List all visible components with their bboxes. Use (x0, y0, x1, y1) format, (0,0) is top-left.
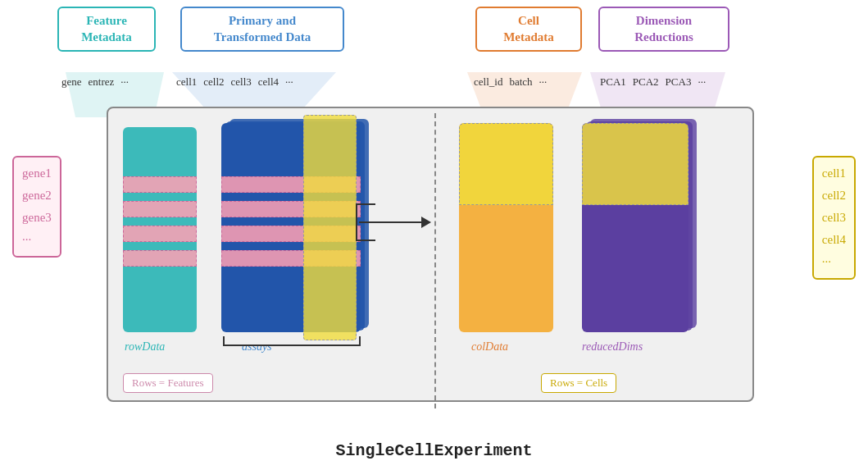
arrow-line (359, 221, 425, 223)
rowdata-stripe2 (123, 201, 197, 217)
coldata-label: colData (471, 340, 508, 354)
reddims-label: reducedDims (582, 340, 643, 354)
col-pca2: PCA2 (633, 75, 659, 89)
col-dots-dim: ··· (698, 75, 706, 89)
rowdata-label: rowData (125, 340, 165, 354)
bottom-title: SingleCellExperiment (335, 441, 532, 460)
col-pca3: PCA3 (666, 75, 692, 89)
cell-label-cell1: cell1 (822, 162, 846, 185)
rows-features-label: Rows = Features (123, 373, 213, 393)
rowdata-stripe4 (123, 250, 197, 267)
col-gene: gene (61, 75, 82, 89)
col-cell1: cell1 (176, 75, 197, 89)
assay-bracket (223, 336, 361, 346)
cell-label-cell2: cell2 (822, 185, 846, 207)
col-dots-primary: ··· (285, 75, 293, 89)
row-labels: gene1 gene2 gene3 ··· (12, 156, 61, 258)
header-cell-meta: CellMetadata (475, 7, 582, 52)
header-primary: Primary andTransformed Data (180, 7, 344, 52)
cell-label-dots: ··· (822, 251, 846, 273)
col-cell3: cell3 (231, 75, 252, 89)
assay-yellow-col (303, 115, 357, 340)
cell-labels: cell1 cell2 cell3 cell4 ··· (812, 156, 856, 280)
cell-label-cell3: cell3 (822, 207, 846, 229)
col-cell2: cell2 (203, 75, 224, 89)
row-gene1: gene1 (22, 162, 52, 185)
reddims-yellow (582, 123, 688, 205)
col-cellid: cell_id (474, 75, 502, 89)
arrow-head (421, 217, 431, 228)
rowdata-stripe1 (123, 176, 197, 193)
col-pca1: PCA1 (600, 75, 626, 89)
col-dots-feature: ··· (120, 75, 129, 89)
row-dots: ··· (22, 229, 52, 251)
col-dots-cell: ··· (539, 75, 548, 89)
rowdata-stripe3 (123, 226, 197, 242)
cell-label-cell4: cell4 (822, 229, 846, 251)
header-dim-red: DimensionReductions (598, 7, 729, 52)
coldata-yellow (459, 123, 553, 205)
col-headers-feature: gene entrez ··· (61, 75, 129, 89)
col-batch: batch (509, 75, 532, 89)
col-cell4: cell4 (258, 75, 279, 89)
row-gene3: gene3 (22, 207, 52, 229)
col-headers-primary: cell1 cell2 cell3 cell4 ··· (176, 75, 293, 89)
col-entrez: entrez (89, 75, 115, 89)
col-headers-cell: cell_id batch ··· (474, 75, 547, 89)
row-gene2: gene2 (22, 185, 52, 207)
dashed-divider (434, 113, 436, 408)
diagram-container: FeatureMetadata Primary andTransformed D… (0, 0, 868, 470)
col-headers-dim: PCA1 PCA2 PCA3 ··· (600, 75, 706, 89)
rows-cells-label: Rows = Cells (541, 373, 616, 393)
header-feature-meta: FeatureMetadata (57, 7, 156, 52)
